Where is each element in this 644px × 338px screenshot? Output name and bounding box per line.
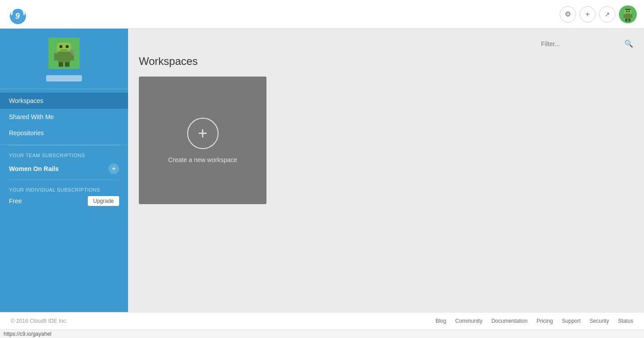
- plus-icon: +: [585, 10, 589, 18]
- search-button[interactable]: 🔍: [624, 39, 633, 48]
- filter-input[interactable]: [541, 40, 622, 47]
- svg-rect-19: [54, 53, 58, 60]
- footer-link-support[interactable]: Support: [562, 318, 581, 324]
- svg-rect-18: [58, 51, 70, 62]
- svg-rect-7: [626, 13, 630, 19]
- logo[interactable]: 9: [7, 4, 29, 25]
- share-button[interactable]: ↗: [599, 6, 615, 22]
- sidebar-profile: [0, 29, 128, 89]
- content-header: 🔍: [139, 39, 633, 48]
- svg-rect-8: [623, 14, 626, 18]
- username-display: [46, 75, 82, 81]
- share-icon: ↗: [605, 11, 610, 18]
- copyright: © 2016 Cloud9 IDE Inc.: [11, 318, 67, 324]
- search-icon: 🔍: [624, 40, 633, 47]
- svg-rect-15: [60, 45, 62, 48]
- footer-link-pricing[interactable]: Pricing: [537, 318, 553, 324]
- profile-avatar: [48, 38, 80, 69]
- individual-subscriptions-section: YOUR INDIVIDUAL SUBSCRIPTIONS Free Upgra…: [0, 180, 128, 213]
- sidebar-navigation: Workspaces Shared With Me Repositories: [0, 89, 128, 145]
- cloud9-logo-icon: 9: [7, 4, 29, 25]
- svg-rect-9: [630, 14, 632, 18]
- svg-text:9: 9: [15, 12, 20, 21]
- svg-rect-6: [628, 11, 630, 12]
- status-bar: https://c9.io/gayahel: [0, 329, 644, 338]
- profile-avatar-icon: [50, 39, 78, 68]
- svg-rect-4: [624, 10, 631, 13]
- create-workspace-card[interactable]: + Create a new workspace: [139, 77, 266, 204]
- plan-name: Free: [9, 197, 22, 205]
- svg-rect-5: [626, 11, 627, 12]
- footer-link-status[interactable]: Status: [618, 318, 633, 324]
- footer-link-security[interactable]: Security: [590, 318, 609, 324]
- team-subscriptions-section: YOUR TEAM SUBSCRIPTIONS Women On Rails +: [0, 145, 128, 180]
- individual-plan-row: Free Upgrade: [9, 196, 119, 206]
- settings-button[interactable]: ⚙: [560, 6, 576, 22]
- plus-icon: +: [112, 165, 116, 173]
- footer-link-community[interactable]: Community: [455, 318, 482, 324]
- svg-rect-11: [628, 19, 631, 21]
- add-team-button[interactable]: +: [108, 163, 119, 174]
- status-url: https://c9.io/gayahel: [4, 331, 52, 337]
- user-avatar-icon: [620, 6, 636, 22]
- workspaces-grid: + Create a new workspace: [139, 77, 633, 204]
- team-item: Women On Rails +: [9, 162, 119, 176]
- user-avatar-button[interactable]: [619, 5, 637, 23]
- footer: © 2016 Cloud9 IDE Inc. Blog Community Do…: [0, 312, 644, 329]
- main-layout: Workspaces Shared With Me Repositories Y…: [0, 29, 644, 312]
- sidebar-item-repositories[interactable]: Repositories: [0, 125, 128, 141]
- svg-rect-22: [65, 62, 69, 67]
- footer-link-documentation[interactable]: Documentation: [491, 318, 528, 324]
- svg-rect-17: [60, 50, 68, 51]
- svg-rect-16: [66, 45, 69, 48]
- individual-subscriptions-title: YOUR INDIVIDUAL SUBSCRIPTIONS: [9, 187, 119, 193]
- header: 9 ⚙ + ↗: [0, 0, 644, 29]
- upgrade-button[interactable]: Upgrade: [88, 196, 119, 206]
- svg-rect-10: [625, 19, 627, 21]
- svg-rect-21: [59, 62, 63, 67]
- team-name-link[interactable]: Women On Rails: [9, 165, 59, 172]
- main-content: 🔍 Workspaces + Create a new workspace: [128, 29, 644, 312]
- footer-link-blog[interactable]: Blog: [435, 318, 446, 324]
- header-icons: ⚙ + ↗: [560, 5, 637, 23]
- create-button[interactable]: +: [580, 6, 596, 22]
- footer-links: Blog Community Documentation Pricing Sup…: [435, 318, 633, 324]
- gear-icon: ⚙: [565, 10, 571, 18]
- create-workspace-icon: +: [187, 118, 219, 149]
- workspaces-title: Workspaces: [139, 55, 633, 68]
- sidebar: Workspaces Shared With Me Repositories Y…: [0, 29, 128, 312]
- sidebar-item-workspaces[interactable]: Workspaces: [0, 93, 128, 109]
- create-workspace-label: Create a new workspace: [168, 156, 237, 163]
- sidebar-item-shared-with-me[interactable]: Shared With Me: [0, 109, 128, 125]
- filter-container: 🔍: [541, 39, 633, 48]
- team-subscriptions-title: YOUR TEAM SUBSCRIPTIONS: [9, 153, 119, 158]
